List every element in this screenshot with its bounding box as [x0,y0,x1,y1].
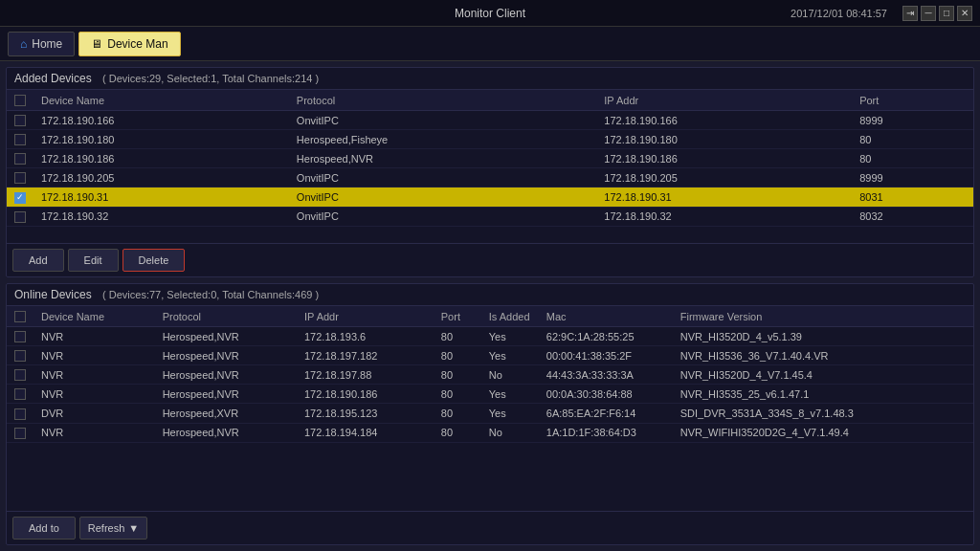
online-device-row[interactable]: NVR Herospeed,NVR 172.18.193.6 80 Yes 62… [7,327,973,346]
added-devices-summary: ( Devices:29, Selected:1, Total Channels… [102,73,319,84]
home-button[interactable]: ⌂ Home [8,32,75,56]
row-checkbox[interactable] [14,115,26,126]
minimize-button[interactable]: ─ [921,6,936,21]
row-ip: 172.18.190.32 [596,207,852,226]
online-device-row[interactable]: NVR Herospeed,NVR 172.18.194.184 80 No 1… [7,423,973,442]
add-to-button[interactable]: Add to [12,517,76,540]
added-device-row[interactable]: 172.18.190.180 Herospeed,Fisheye 172.18.… [7,130,973,149]
row-checkbox[interactable] [14,153,26,165]
added-device-row[interactable]: 172.18.190.186 Herospeed,NVR 172.18.190.… [7,149,973,168]
row-checkbox[interactable] [14,331,26,342]
row-checkbox[interactable] [14,388,26,400]
row-device-name: 172.18.190.31 [33,187,289,207]
row-checkbox[interactable] [14,134,26,145]
row-protocol: OnvitIPC [289,168,596,187]
online-device-row[interactable]: NVR Herospeed,NVR 172.18.190.186 80 Yes … [7,385,973,404]
row-checkbox-cell[interactable] [7,207,33,226]
row-ip: 172.18.190.186 [297,385,434,404]
row-port: 80 [434,423,481,442]
col-online-protocol: Protocol [155,306,297,327]
row-checkbox-cell[interactable] [7,149,33,168]
row-checkbox-cell[interactable] [7,385,33,404]
row-protocol: Herospeed,NVR [155,327,297,346]
row-ip: 172.18.197.88 [297,365,434,385]
added-devices-panel: Added Devices ( Devices:29, Selected:1, … [6,67,974,277]
row-device-name: 172.18.190.186 [33,149,289,168]
datetime: 2017/12/01 08:41:57 [791,8,887,19]
row-firmware: NVR_HI3535_25_v6.1.47.1 [673,385,964,404]
row-is-added: Yes [481,327,539,346]
row-checkbox-cell[interactable] [7,111,33,130]
online-devices-btn-bar: Add to Refresh ▼ [7,511,973,544]
row-port: 8999 [852,168,964,187]
added-devices-table-container: Device Name Protocol IP Addr Port 172.18… [7,90,973,243]
col-port: Port [852,90,964,111]
online-device-row[interactable]: NVR Herospeed,NVR 172.18.197.88 80 No 44… [7,365,973,385]
row-ip: 172.18.193.6 [297,327,434,346]
row-ip: 172.18.190.205 [596,168,852,187]
device-icon: 🖥 [91,37,102,51]
navbar: ⌂ Home 🖥 Device Man [0,27,980,61]
row-checkbox-cell[interactable] [7,327,33,346]
online-devices-header: Online Devices ( Devices:77, Selected:0,… [7,284,973,306]
row-checkbox[interactable] [14,428,26,439]
row-checkbox-cell[interactable] [7,187,33,207]
window-title: Monitor Client [455,7,525,20]
restore-button[interactable]: □ [939,6,954,21]
row-firmware: SDI_DVR_3531A_334S_8_v7.1.48.3 [673,404,964,423]
row-checkbox-cell[interactable] [7,365,33,385]
row-protocol: Herospeed,NVR [289,149,596,168]
row-device-name: NVR [33,365,155,385]
home-icon: ⌂ [20,37,27,51]
row-ip: 172.18.190.180 [596,130,852,149]
row-checkbox[interactable] [14,192,26,204]
dropdown-arrow-icon: ▼ [128,522,139,534]
device-man-button[interactable]: 🖥 Device Man [78,32,180,56]
row-mac: 6A:85:EA:2F:F6:14 [539,404,673,423]
added-device-row[interactable]: 172.18.190.205 OnvitIPC 172.18.190.205 8… [7,168,973,187]
row-protocol: Herospeed,NVR [155,346,297,365]
row-checkbox-cell[interactable] [7,130,33,149]
row-device-name: DVR [33,404,155,423]
row-mac: 00:00:41:38:35:2F [539,346,673,365]
row-checkbox-cell[interactable] [7,346,33,365]
select-all-added-checkbox[interactable] [14,95,26,106]
row-firmware: NVR_HI3520D_4_v5.1.39 [673,327,964,346]
added-device-row[interactable]: 172.18.190.166 OnvitIPC 172.18.190.166 8… [7,111,973,130]
row-port: 80 [434,385,481,404]
online-device-row[interactable]: DVR Herospeed,XVR 172.18.195.123 80 Yes … [7,404,973,423]
online-devices-table-container: Device Name Protocol IP Addr Port Is Add… [7,306,973,511]
close-button[interactable]: ✕ [957,6,972,21]
col-protocol: Protocol [289,90,596,111]
logout-button[interactable]: ⇥ [902,6,918,21]
add-button[interactable]: Add [12,249,64,272]
row-checkbox[interactable] [14,369,26,381]
added-device-row[interactable]: 172.18.190.32 OnvitIPC 172.18.190.32 803… [7,207,973,226]
edit-button[interactable]: Edit [68,249,119,272]
online-device-row[interactable]: NVR Herospeed,NVR 172.18.197.182 80 Yes … [7,346,973,365]
row-checkbox-cell[interactable] [7,423,33,442]
col-online-device-name: Device Name [33,306,155,327]
select-all-online-checkbox[interactable] [14,311,26,322]
added-device-row[interactable]: 172.18.190.31 OnvitIPC 172.18.190.31 803… [7,187,973,207]
row-checkbox-cell[interactable] [7,404,33,423]
row-device-name: 172.18.190.180 [33,130,289,149]
row-protocol: OnvitIPC [289,207,596,226]
main-content: Added Devices ( Devices:29, Selected:1, … [0,61,980,551]
delete-button[interactable]: Delete [122,249,186,272]
refresh-dropdown-button[interactable]: Refresh ▼ [79,517,147,540]
row-checkbox[interactable] [14,350,26,362]
row-device-name: NVR [33,327,155,346]
row-ip: 172.18.190.166 [596,111,852,130]
row-protocol: Herospeed,XVR [155,404,297,423]
row-checkbox-cell[interactable] [7,168,33,187]
row-checkbox[interactable] [14,211,26,223]
row-checkbox[interactable] [14,408,26,420]
row-device-name: 172.18.190.205 [33,168,289,187]
row-device-name: 172.18.190.32 [33,207,289,226]
row-checkbox[interactable] [14,172,26,184]
col-online-is-added: Is Added [481,306,539,327]
row-device-name: NVR [33,385,155,404]
col-online-firmware: Firmware Version [673,306,964,327]
row-protocol: Herospeed,NVR [155,385,297,404]
